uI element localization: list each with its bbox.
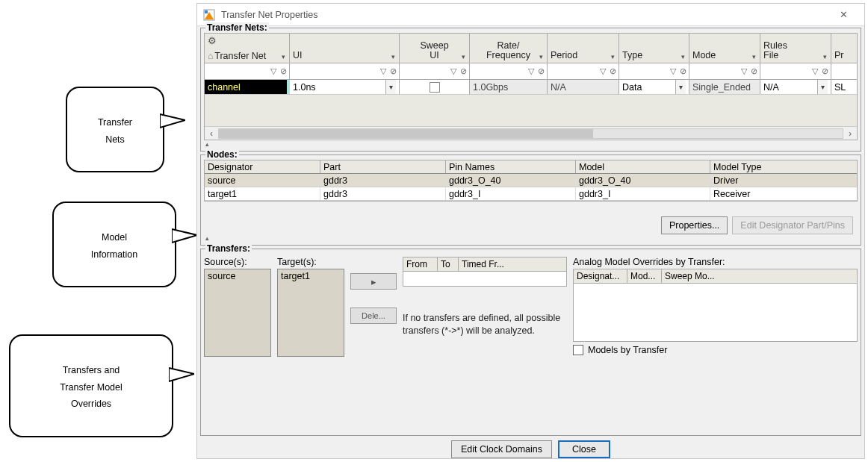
- svg-rect-5: [205, 10, 208, 13]
- sort-icon[interactable]: ▾: [678, 54, 687, 61]
- col-label: Transfer Net: [214, 51, 266, 61]
- col-rules-file[interactable]: RulesFile▾: [760, 34, 831, 63]
- col-model[interactable]: Model: [576, 160, 710, 173]
- targets-listbox[interactable]: target1: [277, 269, 344, 357]
- col-sweep-model[interactable]: Sweep Mo...: [662, 269, 726, 283]
- col-sweep-ui[interactable]: SweepUI▾: [400, 34, 470, 63]
- col-designator[interactable]: Designat...: [574, 269, 627, 283]
- clear-filter-icon[interactable]: ⊘: [388, 66, 397, 76]
- cell-mode[interactable]: Single_Ended: [689, 80, 760, 94]
- checkbox-label: Models by Transfer: [588, 345, 667, 355]
- col-mode[interactable]: Mode▾: [689, 34, 760, 63]
- gear-icon[interactable]: ⚙: [208, 35, 217, 46]
- sort-icon[interactable]: ▾: [536, 54, 545, 61]
- cell-rate[interactable]: 1.0Gbps: [470, 80, 548, 94]
- list-item[interactable]: target1: [281, 271, 341, 281]
- col-pin-names[interactable]: Pin Names: [446, 160, 576, 173]
- properties-button[interactable]: Properties...: [661, 216, 728, 234]
- filter-sweep-ui[interactable]: [401, 65, 448, 78]
- clear-filter-icon[interactable]: ⊘: [678, 66, 687, 76]
- collapse-icon[interactable]: ▴: [204, 234, 858, 242]
- sort-icon[interactable]: ▾: [459, 54, 468, 61]
- checkbox[interactable]: [430, 82, 440, 93]
- col-period[interactable]: Period▾: [548, 34, 619, 63]
- callout-transfer-nets: Transfer Nets: [66, 87, 164, 172]
- scroll-thumb[interactable]: [219, 129, 593, 138]
- funnel-icon[interactable]: ▽: [448, 66, 459, 76]
- dropdown-icon[interactable]: ▾: [385, 80, 396, 94]
- sort-icon[interactable]: ▾: [608, 54, 617, 61]
- filter-ui[interactable]: [291, 65, 378, 78]
- col-model[interactable]: Mod...: [627, 269, 662, 283]
- funnel-icon[interactable]: ▽: [268, 66, 279, 76]
- close-button[interactable]: ✕: [828, 4, 858, 25]
- checkbox[interactable]: [573, 345, 583, 355]
- cell-period[interactable]: N/A: [548, 80, 619, 94]
- sort-icon[interactable]: ▾: [279, 54, 288, 61]
- filter-rules[interactable]: [762, 65, 810, 78]
- sort-icon[interactable]: ▾: [749, 54, 758, 61]
- cell-pr[interactable]: SL: [831, 80, 854, 94]
- overrides-body[interactable]: [573, 284, 858, 342]
- add-transfer-button[interactable]: ▸: [350, 273, 397, 290]
- filter-type[interactable]: [621, 65, 668, 78]
- clear-filter-icon[interactable]: ⊘: [820, 66, 829, 76]
- sort-icon[interactable]: ▾: [388, 54, 397, 61]
- col-designator[interactable]: Designator: [205, 160, 320, 173]
- col-timed[interactable]: Timed Fr...: [459, 257, 511, 271]
- sort-icon[interactable]: ▾: [820, 54, 829, 61]
- close-button[interactable]: Close: [558, 440, 610, 458]
- transfers-table-body[interactable]: [403, 272, 567, 287]
- list-item[interactable]: source: [208, 271, 267, 281]
- dialog-footer: Edit Clock Domains Close: [197, 437, 864, 458]
- models-by-transfer-checkbox[interactable]: Models by Transfer: [573, 345, 858, 355]
- filter-transfer-net[interactable]: [206, 65, 268, 78]
- filter-mode[interactable]: [691, 65, 739, 78]
- funnel-icon[interactable]: ▽: [810, 66, 820, 76]
- cell-pin-names: gddr3_O_40: [446, 174, 576, 187]
- dropdown-icon[interactable]: ▾: [817, 80, 828, 94]
- nodes-row[interactable]: source gddr3 gddr3_O_40 gddr3_O_40 Drive…: [205, 174, 857, 187]
- funnel-icon[interactable]: ▽: [526, 66, 536, 76]
- dropdown-icon[interactable]: ▾: [675, 80, 686, 94]
- cell-rules[interactable]: N/A▾: [760, 80, 831, 94]
- col-model-type[interactable]: Model Type: [710, 160, 857, 173]
- col-ui[interactable]: UI▾: [290, 34, 400, 63]
- col-type[interactable]: Type▾: [619, 34, 689, 63]
- funnel-icon[interactable]: ▽: [598, 66, 608, 76]
- funnel-icon[interactable]: ▽: [739, 66, 749, 76]
- col-transfer-net[interactable]: ⚙ ⌂Transfer Net ▾: [205, 34, 290, 63]
- cell-ui[interactable]: 1.0ns▾: [290, 80, 400, 94]
- panel-transfers: Transfers: Source(s): source Target(s): …: [200, 249, 861, 436]
- clear-filter-icon[interactable]: ⊘: [749, 66, 758, 76]
- clear-filter-icon[interactable]: ⊘: [459, 66, 468, 76]
- clear-filter-icon[interactable]: ⊘: [279, 66, 288, 76]
- cell-sweep-ui[interactable]: [400, 80, 470, 94]
- collapse-icon[interactable]: ▴: [204, 140, 858, 148]
- col-part[interactable]: Part: [320, 160, 446, 173]
- col-to[interactable]: To: [438, 257, 459, 271]
- filter-pr[interactable]: [833, 65, 852, 78]
- funnel-icon[interactable]: ▽: [668, 66, 678, 76]
- cell-name[interactable]: channel: [205, 80, 290, 94]
- col-pr[interactable]: Pr: [831, 34, 854, 63]
- clear-filter-icon[interactable]: ⊘: [608, 66, 617, 76]
- filter-rate[interactable]: [471, 65, 526, 78]
- sources-label: Source(s):: [204, 257, 271, 267]
- scroll-left-icon[interactable]: ‹: [205, 128, 218, 139]
- clear-filter-icon[interactable]: ⊘: [536, 66, 545, 76]
- edit-clock-domains-button[interactable]: Edit Clock Domains: [451, 440, 552, 458]
- targets-label: Target(s):: [277, 257, 344, 267]
- sources-listbox[interactable]: source: [204, 269, 271, 357]
- cell-type[interactable]: Data▾: [619, 80, 689, 94]
- funnel-icon[interactable]: ▽: [378, 66, 388, 76]
- nodes-row[interactable]: target1 gddr3 gddr3_I gddr3_I Receiver: [205, 187, 857, 201]
- arrow-right-icon: ▸: [371, 276, 376, 287]
- horizontal-scrollbar[interactable]: ‹ ›: [205, 126, 857, 140]
- delete-transfer-button[interactable]: Dele...: [350, 308, 397, 324]
- col-rate[interactable]: Rate/Frequency▾: [470, 34, 548, 63]
- scroll-right-icon[interactable]: ›: [843, 128, 857, 139]
- grid-row-channel[interactable]: channel 1.0ns▾ 1.0Gbps N/A Data▾ Single_…: [205, 80, 857, 95]
- col-from[interactable]: From: [403, 257, 438, 271]
- filter-period[interactable]: [549, 65, 598, 78]
